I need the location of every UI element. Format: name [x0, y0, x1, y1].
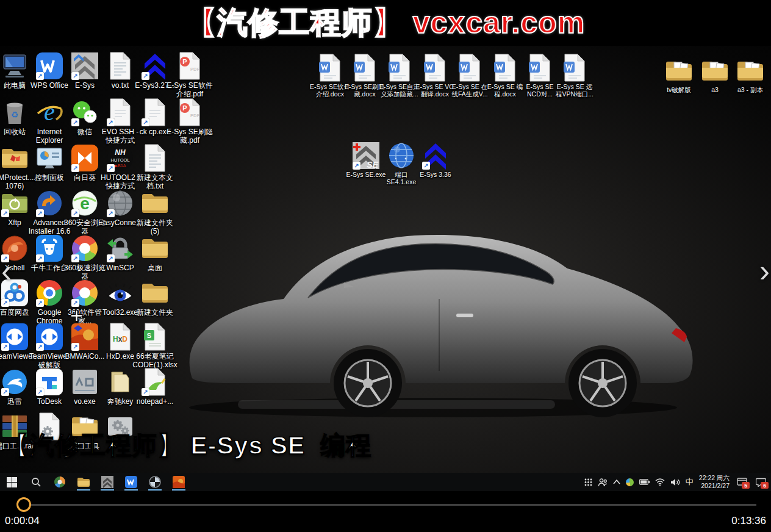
- svg-text:PDF: PDF: [190, 66, 199, 72]
- volume-icon[interactable]: [670, 478, 680, 486]
- shortcut-arrow-icon: ↗: [36, 72, 44, 80]
- taskbar-app-wps[interactable]: [123, 473, 139, 491]
- desktop-icon[interactable]: 桌面: [132, 234, 178, 272]
- people-icon[interactable]: [598, 478, 608, 487]
- svg-text:SE: SE: [367, 160, 378, 169]
- pdf-icon: PPDF: [176, 98, 204, 126]
- start-button[interactable]: [4, 473, 20, 491]
- wechat-icon: ↗: [71, 98, 99, 126]
- xlsx-icon: S: [141, 323, 169, 351]
- shortcut-arrow-icon: ↗: [71, 164, 79, 172]
- shortcut-arrow-icon: ↗: [142, 118, 149, 126]
- folder-open-icon: [106, 368, 134, 396]
- svg-text:P: P: [182, 58, 187, 65]
- wifi-icon[interactable]: [655, 478, 665, 486]
- video-player-controls: 0:00:04 0:13:36: [0, 491, 771, 532]
- svg-text:S: S: [147, 332, 151, 339]
- desktop-icon[interactable]: E-Sys SE 远 程VPN端口...: [554, 54, 595, 98]
- shortcut-arrow-icon: ↗: [36, 299, 44, 307]
- shortcut-arrow-icon: ↗: [71, 118, 79, 126]
- elapsed-time: 0:00:04: [5, 515, 40, 527]
- word-icon: [351, 54, 379, 82]
- desktop-icon[interactable]: E-Sys SE 在 线FA生成V...: [450, 54, 490, 98]
- svg-text:HUTOOL: HUTOOL: [110, 157, 129, 163]
- shortcut-arrow-icon: ↗: [107, 118, 115, 126]
- desktop-icon-label: a3 - 副本: [731, 86, 770, 93]
- word-icon: [421, 54, 449, 82]
- desktop-icon[interactable]: a3: [695, 57, 734, 93]
- desktop-icon-label: 新建文件夹 (5): [132, 218, 178, 235]
- ie-icon: e: [35, 98, 63, 126]
- npp-icon: ↗: [141, 368, 169, 396]
- taskbar-app-esys[interactable]: [99, 473, 115, 491]
- tray-360-icon[interactable]: [626, 478, 634, 486]
- desktop-icon[interactable]: PPDF E-Sys SE软件 介绍.pdf: [167, 52, 213, 98]
- wps-icon: ↗: [35, 52, 63, 80]
- qianniu-icon: ↗: [35, 234, 63, 262]
- shortcut-arrow-icon: ↗: [107, 209, 115, 217]
- seek-bar[interactable]: [30, 504, 756, 506]
- word-icon: [561, 54, 589, 82]
- hxd-icon: HxD: [106, 323, 134, 351]
- battery-icon[interactable]: [639, 479, 650, 485]
- desktop-icon[interactable]: PPDF E-Sys SE刷隐 藏.pdf: [167, 98, 213, 145]
- ime-language-indicator[interactable]: 中: [686, 476, 694, 487]
- pc-icon: [1, 52, 29, 80]
- search-button[interactable]: [28, 473, 44, 491]
- txt-icon: [141, 144, 169, 172]
- shortcut-arrow-icon: ↗: [1, 388, 9, 396]
- action-center-icon[interactable]: 6: [754, 475, 767, 489]
- desktop-icon[interactable]: SE↗ E-Sys SE.exe: [346, 142, 386, 178]
- desktop-icon-label: E-Sys SE 在 线FA生成V...: [450, 83, 490, 98]
- svg-text:▶B1A: ▶B1A: [115, 164, 126, 168]
- shortcut-arrow-icon: ↗: [36, 343, 44, 351]
- shortcut-arrow-icon: ↗: [107, 254, 115, 262]
- desktop-icon-label: notepad+...: [132, 397, 178, 406]
- system-tray: 中 22:22 周六 2021/2/27 5 6: [584, 473, 767, 491]
- banner-text: 【汽修工程师】 vcxcar.com: [186, 2, 585, 43]
- desktop-icon-label: tv破解版: [659, 86, 698, 93]
- tray-clock[interactable]: 22:22 周六 2021/2/27: [699, 474, 730, 490]
- desktop-icon[interactable]: S 66老夏笔记 CODE(1).xlsx: [132, 323, 178, 369]
- desktop-icon[interactable]: ↗ E-Sys 3.36: [415, 142, 456, 178]
- word-icon: [526, 54, 554, 82]
- desktop-icon[interactable]: tv破解版: [659, 57, 698, 93]
- taskbar-app-explorer[interactable]: [76, 473, 91, 491]
- seek-knob[interactable]: [16, 497, 31, 512]
- taskbar-app-browser-360[interactable]: [52, 473, 68, 491]
- shortcut-arrow-icon: ↗: [71, 72, 79, 80]
- esys-blue-icon: ↗: [141, 52, 169, 80]
- svg-text:PDF: PDF: [190, 113, 199, 118]
- desktop-icon[interactable]: 新建文件夹: [132, 279, 178, 317]
- player-next-button[interactable]: ›: [759, 255, 770, 287]
- taskbar-app-bmw[interactable]: [147, 473, 163, 491]
- pdf-icon: PPDF: [176, 52, 204, 80]
- desktop-icon[interactable]: a3 - 副本: [731, 57, 770, 93]
- wheel360-icon: ↗: [71, 279, 99, 307]
- folder-docs-icon: [665, 57, 693, 85]
- desktop-icon[interactable]: 新建文件夹 (5): [132, 189, 178, 235]
- desktop-icon-label: E-Sys SE软件 介绍.pdf: [167, 81, 213, 98]
- ime-pad-icon[interactable]: [584, 478, 592, 486]
- winscp-icon: ↗: [106, 234, 134, 262]
- word-icon: [456, 54, 484, 82]
- desktop-icon-label: E-Sys SE刷隐 藏.pdf: [167, 128, 213, 145]
- video-caption: 【汽修工程师】 E-Sys SE 编程: [4, 429, 371, 462]
- eye-icon: [106, 279, 134, 307]
- notification-window-icon[interactable]: 5: [735, 475, 748, 489]
- total-duration: 0:13:36: [731, 515, 766, 527]
- hidden-icons-chevron-icon[interactable]: [613, 480, 620, 484]
- easyconn-icon: ↗: [106, 189, 134, 217]
- desktop-icon[interactable]: 新建文本文 档.txt: [132, 144, 178, 190]
- desktop-icon[interactable]: E-Sys SE自定 义添加隐藏...: [379, 54, 420, 98]
- folder-docs-icon: [701, 57, 729, 85]
- desktop-icon-label: E-Sys 3.36: [415, 171, 456, 178]
- folder-red-icon: [1, 144, 29, 172]
- player-prev-button[interactable]: ‹: [1, 255, 12, 287]
- teamviewer-icon: ↗: [35, 323, 63, 351]
- globe-icon: [387, 142, 415, 170]
- taskbar-app-bmwai[interactable]: [171, 473, 187, 491]
- desktop: 此电脑↗ WPS Office↗ E-Sys vo.txt↗ E-Sys3.27…: [0, 46, 771, 473]
- desktop-icon[interactable]: ↗ notepad+...: [132, 368, 178, 406]
- notification-badge: 5: [742, 482, 750, 489]
